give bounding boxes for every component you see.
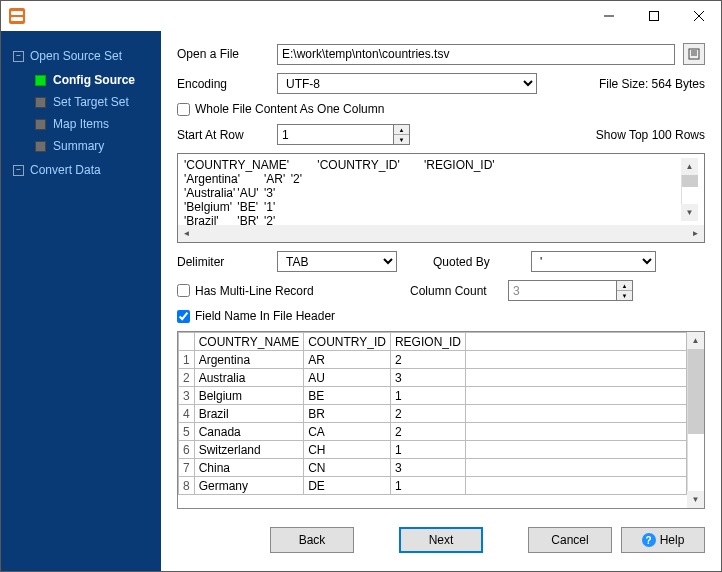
cell[interactable]: 2	[390, 423, 465, 441]
main-panel: Open a File Encoding UTF-8 File Size: 56…	[161, 31, 721, 571]
cell[interactable]: 3	[390, 459, 465, 477]
column-count-input	[508, 280, 616, 301]
cell[interactable]: CN	[304, 459, 391, 477]
step-icon	[35, 97, 46, 108]
cell[interactable]: Canada	[194, 423, 303, 441]
raw-preview-text: 'COUNTRY_NAME' 'COUNTRY_ID' 'REGION_ID' …	[184, 158, 681, 221]
cell[interactable]: 1	[390, 387, 465, 405]
spin-up-icon[interactable]: ▲	[394, 125, 409, 135]
quoted-by-label: Quoted By	[433, 255, 523, 269]
cell[interactable]: 3	[390, 369, 465, 387]
tree-root-open-source[interactable]: − Open Source Set	[1, 43, 161, 69]
show-top-label: Show Top 100 Rows	[596, 128, 705, 142]
step-icon	[35, 119, 46, 130]
table-row[interactable]: 4BrazilBR2	[179, 405, 687, 423]
next-button[interactable]: Next	[399, 527, 483, 553]
cell[interactable]: 2	[390, 405, 465, 423]
field-header-checkbox[interactable]	[177, 310, 190, 323]
table-row[interactable]: 3BelgiumBE1	[179, 387, 687, 405]
maximize-button[interactable]	[631, 1, 676, 31]
step-active-icon	[35, 75, 46, 86]
raw-vertical-scrollbar[interactable]: ▲▼	[681, 158, 698, 221]
start-row-label: Start At Row	[177, 128, 269, 142]
column-header[interactable]: COUNTRY_ID	[304, 333, 391, 351]
titlebar	[1, 1, 721, 31]
cell[interactable]: AR	[304, 351, 391, 369]
table-row[interactable]: 7ChinaCN3	[179, 459, 687, 477]
multiline-checkbox[interactable]	[177, 284, 190, 297]
document-icon	[688, 48, 700, 60]
field-header-label: Field Name In File Header	[195, 309, 335, 323]
tree-item-set-target[interactable]: Set Target Set	[1, 91, 161, 113]
back-button[interactable]: Back	[270, 527, 354, 553]
delimiter-select[interactable]: TAB	[277, 251, 397, 272]
app-icon	[9, 8, 25, 24]
delimiter-label: Delimiter	[177, 255, 269, 269]
cell[interactable]: AU	[304, 369, 391, 387]
encoding-select[interactable]: UTF-8	[277, 73, 537, 94]
file-size-label: File Size: 564 Bytes	[599, 77, 705, 91]
grid-vertical-scrollbar[interactable]: ▲▼	[687, 332, 704, 508]
collapse-icon[interactable]: −	[13, 51, 24, 62]
tree-item-summary[interactable]: Summary	[1, 135, 161, 157]
cell[interactable]: CH	[304, 441, 391, 459]
cell[interactable]: China	[194, 459, 303, 477]
raw-horizontal-scrollbar[interactable]: ◄►	[178, 225, 704, 242]
start-row-input[interactable]	[277, 124, 393, 145]
column-header[interactable]: COUNTRY_NAME	[194, 333, 303, 351]
browse-file-button[interactable]	[683, 43, 705, 65]
cell[interactable]: 1	[390, 477, 465, 495]
sidebar: − Open Source Set Config Source Set Targ…	[1, 31, 161, 571]
encoding-label: Encoding	[177, 77, 269, 91]
table-row[interactable]: 6SwitzerlandCH1	[179, 441, 687, 459]
raw-preview: 'COUNTRY_NAME' 'COUNTRY_ID' 'REGION_ID' …	[177, 153, 705, 243]
column-count-spinner: ▲▼	[508, 280, 633, 301]
whole-file-checkbox[interactable]	[177, 103, 190, 116]
cancel-button[interactable]: Cancel	[528, 527, 612, 553]
collapse-icon[interactable]: −	[13, 165, 24, 176]
close-button[interactable]	[676, 1, 721, 31]
svg-rect-1	[649, 12, 658, 21]
file-path-input[interactable]	[277, 44, 675, 65]
step-icon	[35, 141, 46, 152]
table-row[interactable]: 1ArgentinaAR2	[179, 351, 687, 369]
cell[interactable]: DE	[304, 477, 391, 495]
cell[interactable]: 2	[390, 351, 465, 369]
help-button[interactable]: ? Help	[621, 527, 705, 553]
minimize-button[interactable]	[586, 1, 631, 31]
cell[interactable]: Switzerland	[194, 441, 303, 459]
whole-file-label: Whole File Content As One Column	[195, 102, 384, 116]
cell[interactable]: Germany	[194, 477, 303, 495]
cell[interactable]: Argentina	[194, 351, 303, 369]
cell[interactable]: BR	[304, 405, 391, 423]
tree-root-convert-data[interactable]: − Convert Data	[1, 157, 161, 183]
quoted-by-select[interactable]: '	[531, 251, 656, 272]
cell[interactable]: BE	[304, 387, 391, 405]
open-file-label: Open a File	[177, 47, 269, 61]
column-count-label: Column Count	[410, 284, 500, 298]
data-grid[interactable]: COUNTRY_NAMECOUNTRY_IDREGION_ID 1Argenti…	[178, 332, 687, 508]
table-row[interactable]: 2AustraliaAU3	[179, 369, 687, 387]
tree-item-config-source[interactable]: Config Source	[1, 69, 161, 91]
column-header[interactable]: REGION_ID	[390, 333, 465, 351]
tree-item-map-items[interactable]: Map Items	[1, 113, 161, 135]
cell[interactable]: Australia	[194, 369, 303, 387]
table-row[interactable]: 8GermanyDE1	[179, 477, 687, 495]
cell[interactable]: 1	[390, 441, 465, 459]
table-row[interactable]: 5CanadaCA2	[179, 423, 687, 441]
multiline-label: Has Multi-Line Record	[195, 284, 314, 298]
cell[interactable]: Brazil	[194, 405, 303, 423]
help-icon: ?	[642, 533, 656, 547]
cell[interactable]: CA	[304, 423, 391, 441]
cell[interactable]: Belgium	[194, 387, 303, 405]
spin-down-icon[interactable]: ▼	[394, 135, 409, 144]
start-row-spinner[interactable]: ▲▼	[277, 124, 410, 145]
